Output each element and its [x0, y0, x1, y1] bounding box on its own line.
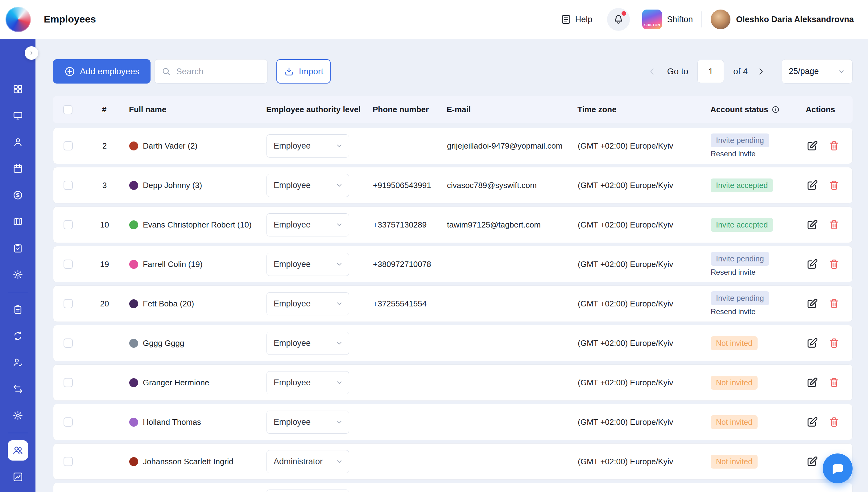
authority-dropdown[interactable]: Employee	[266, 213, 349, 237]
sidebar-item-map[interactable]	[0, 208, 35, 235]
search-input[interactable]	[176, 67, 261, 76]
edit-button[interactable]	[806, 219, 818, 231]
row-checkbox[interactable]	[64, 181, 73, 190]
timezone: (GMT +02:00) Europe/Kyiv	[578, 299, 711, 309]
sidebar-active-tile	[8, 440, 28, 461]
edit-button[interactable]	[806, 179, 818, 192]
authority-dropdown[interactable]: Employee	[266, 332, 349, 355]
toolbar: Add employees Import Go to of 4 25/page	[53, 59, 852, 83]
sidebar-item-employees[interactable]	[0, 437, 35, 464]
sidebar-item-documents[interactable]	[0, 296, 35, 323]
per-page-select[interactable]: 25/page	[781, 59, 852, 83]
user-check-icon	[13, 357, 23, 368]
resend-invite-link[interactable]: Resend invite	[711, 149, 755, 158]
timezone: (GMT +02:00) Europe/Kyiv	[578, 339, 711, 348]
sidebar-item-payroll[interactable]	[0, 182, 35, 208]
employee-name: Evans Christopher Robert (10)	[143, 220, 252, 230]
select-all-checkbox[interactable]	[63, 105, 72, 114]
edit-button[interactable]	[806, 140, 818, 152]
authority-dropdown[interactable]	[266, 490, 349, 492]
employee-name: Gggg Gggg	[143, 339, 184, 348]
employee-name: Farrell Colin (19)	[143, 260, 203, 269]
authority-dropdown[interactable]: Employee	[266, 253, 349, 276]
sidebar-item-settings[interactable]	[0, 262, 35, 288]
authority-dropdown[interactable]: Employee	[266, 411, 349, 434]
phone-number: +33757130289	[373, 220, 447, 230]
row-color-dot	[129, 181, 138, 190]
user-avatar[interactable]	[711, 9, 730, 29]
status-badge: Invite accepted	[711, 178, 773, 192]
edit-pencil-icon	[806, 179, 818, 192]
page-number-input[interactable]	[697, 60, 724, 83]
authority-dropdown[interactable]: Employee	[266, 371, 349, 394]
top-bar: Employees Help SHIFTON Shifton Oleshko D…	[0, 0, 868, 39]
sidebar-item-work-desk[interactable]	[0, 102, 35, 129]
authority-dropdown[interactable]: Employee	[266, 292, 349, 315]
sidebar-item-exchange[interactable]	[0, 376, 35, 402]
sidebar-item-preferences[interactable]	[0, 402, 35, 429]
sidebar-item-tasks[interactable]	[0, 235, 35, 262]
clipboard-icon	[13, 304, 23, 315]
authority-dropdown[interactable]: Administrator	[266, 450, 349, 473]
delete-button[interactable]	[828, 416, 840, 428]
sidebar-toggle-button[interactable]	[25, 46, 38, 60]
row-checkbox[interactable]	[64, 339, 73, 348]
delete-button[interactable]	[828, 298, 840, 310]
info-icon[interactable]	[771, 105, 780, 114]
chat-bubble-button[interactable]	[823, 453, 852, 483]
delete-button[interactable]	[828, 219, 840, 230]
row-checkbox[interactable]	[64, 260, 73, 269]
notifications-button[interactable]	[607, 8, 630, 31]
row-checkbox[interactable]	[64, 220, 73, 229]
sidebar-item-reports[interactable]	[0, 464, 35, 490]
authority-dropdown[interactable]: Employee	[266, 174, 349, 197]
app-logo[interactable]	[5, 7, 31, 32]
next-page-button[interactable]	[756, 66, 766, 77]
edit-button[interactable]	[806, 258, 818, 270]
status-badge: Not invited	[711, 455, 757, 469]
edit-button[interactable]	[806, 455, 818, 468]
chat-icon	[830, 461, 846, 476]
row-checkbox[interactable]	[64, 417, 73, 427]
row-checkbox[interactable]	[64, 299, 73, 308]
row-checkbox[interactable]	[64, 141, 73, 150]
resend-invite-link[interactable]: Resend invite	[711, 308, 755, 316]
sidebar-item-dashboard[interactable]	[0, 76, 35, 102]
add-employees-button[interactable]: Add employees	[53, 59, 150, 83]
monitor-icon	[13, 110, 23, 121]
row-checkbox[interactable]	[64, 457, 73, 466]
edit-button[interactable]	[806, 297, 818, 310]
status-badge: Invite pending	[711, 133, 769, 147]
user-name[interactable]: Oleshko Daria Aleksandrovna	[736, 15, 854, 24]
row-checkbox[interactable]	[64, 378, 73, 387]
edit-button[interactable]	[806, 416, 818, 428]
delete-button[interactable]	[828, 377, 840, 388]
status-badge: Not invited	[711, 376, 757, 390]
trash-icon	[828, 416, 840, 428]
help-button[interactable]: Help	[560, 14, 593, 25]
sidebar-item-calendar[interactable]	[0, 155, 35, 182]
sidebar-item-user-approve[interactable]	[0, 349, 35, 376]
import-button[interactable]: Import	[276, 59, 331, 83]
delete-button[interactable]	[828, 258, 840, 270]
resend-invite-link[interactable]: Resend invite	[711, 268, 755, 276]
sidebar-item-user[interactable]	[0, 129, 35, 155]
email: grijejeilladoi-9479@yopmail.com	[447, 141, 578, 151]
edit-button[interactable]	[806, 376, 818, 389]
authority-dropdown[interactable]: Employee	[266, 134, 349, 157]
employee-name: Holland Thomas	[143, 417, 201, 427]
edit-button[interactable]	[806, 337, 818, 349]
status-badge: Not invited	[711, 336, 757, 350]
pagination: Go to of 4 25/page	[647, 59, 852, 83]
delete-button[interactable]	[828, 337, 840, 349]
prev-page-button[interactable]	[647, 66, 657, 77]
status-badge: Invite pending	[711, 252, 769, 266]
row-number: 2	[89, 141, 120, 151]
sidebar-item-rotation[interactable]	[0, 323, 35, 349]
trash-icon	[828, 377, 840, 388]
delete-button[interactable]	[828, 140, 840, 152]
row-color-dot	[129, 339, 138, 348]
workspace-logo[interactable]: SHIFTON	[642, 9, 662, 29]
workspace-name[interactable]: Shifton	[667, 15, 693, 24]
delete-button[interactable]	[828, 179, 840, 191]
